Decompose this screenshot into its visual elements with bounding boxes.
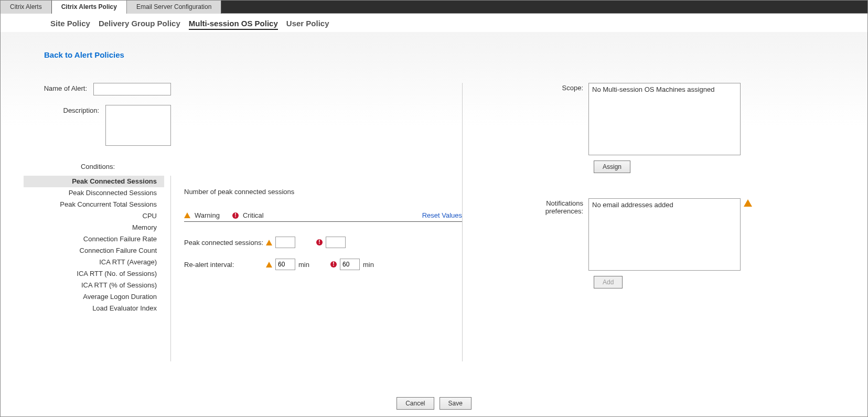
- top-tab[interactable]: Citrix Alerts Policy: [52, 1, 127, 14]
- param1-critical-input[interactable]: [326, 237, 346, 248]
- param2-warning-input[interactable]: [275, 259, 295, 270]
- left-column: Name of Alert: Description: Conditions: …: [22, 83, 171, 361]
- right-column: Scope: No Multi-session OS Machines assi…: [462, 83, 846, 361]
- condition-item[interactable]: Connection Failure Rate: [24, 233, 164, 245]
- notifications-section: Notifications preferences: No email addr…: [526, 198, 846, 288]
- footer: Cancel Save: [1, 393, 867, 416]
- notifications-row: Notifications preferences: No email addr…: [526, 198, 846, 271]
- condition-item[interactable]: ICA RTT (% of Sessions): [24, 280, 164, 291]
- param1-warning-group: [266, 237, 295, 248]
- conditions-label: Conditions:: [22, 163, 121, 170]
- warning-label: Warning: [195, 211, 220, 219]
- assign-button-wrap: Assign: [594, 161, 846, 173]
- reset-values-link[interactable]: Reset Values: [422, 211, 462, 219]
- param1-critical-group: !: [316, 237, 346, 248]
- critical-icon: !: [330, 261, 337, 268]
- add-button-wrap: Add: [594, 276, 846, 288]
- add-button[interactable]: Add: [594, 276, 623, 288]
- name-input[interactable]: [93, 83, 171, 95]
- back-link[interactable]: Back to Alert Policies: [44, 50, 846, 59]
- critical-icon: !: [316, 239, 323, 245]
- condition-item[interactable]: Average Logon Duration: [24, 291, 164, 303]
- top-tabs: Citrix AlertsCitrix Alerts PolicyEmail S…: [1, 1, 867, 14]
- notifications-box: No email addresses added: [588, 198, 741, 271]
- description-row: Description:: [22, 105, 171, 146]
- condition-title: Number of peak connected sessions: [184, 188, 462, 196]
- warning-icon: [266, 240, 272, 245]
- condition-item[interactable]: Peak Disconnected Sessions: [24, 187, 164, 199]
- notifications-label: Notifications preferences:: [526, 198, 588, 271]
- assign-button[interactable]: Assign: [594, 161, 630, 173]
- condition-item[interactable]: Peak Concurrent Total Sessions: [24, 199, 164, 210]
- warning-icon: [184, 212, 190, 218]
- warning-icon: [266, 262, 272, 268]
- critical-label: Critical: [243, 211, 264, 219]
- condition-item[interactable]: Peak Connected Sessions: [24, 176, 164, 187]
- param2-critical-group: ! min: [330, 259, 374, 270]
- condition-item[interactable]: Memory: [24, 222, 164, 233]
- middle-column: Number of peak connected sessions Warnin…: [171, 83, 462, 361]
- param1-label: Peak connected sessions:: [184, 239, 266, 247]
- sub-tab[interactable]: Delivery Group Policy: [99, 19, 180, 30]
- conditions-list: Peak Connected SessionsPeak Disconnected…: [24, 176, 171, 361]
- unit-label: min: [363, 261, 374, 269]
- critical-icon: !: [232, 212, 239, 219]
- top-tab[interactable]: Email Server Configuration: [127, 1, 221, 14]
- description-label: Description:: [22, 105, 105, 146]
- name-row: Name of Alert:: [22, 83, 171, 95]
- sub-tab[interactable]: Multi-session OS Policy: [189, 19, 278, 30]
- scope-box: No Multi-session OS Machines assigned: [588, 83, 741, 155]
- scope-row: Scope: No Multi-session OS Machines assi…: [526, 83, 846, 155]
- param2-warning-group: min: [266, 259, 309, 270]
- description-input[interactable]: [105, 105, 171, 146]
- sub-tab[interactable]: User Policy: [286, 19, 329, 30]
- cancel-button[interactable]: Cancel: [397, 397, 434, 410]
- condition-item[interactable]: ICA RTT (Average): [24, 256, 164, 268]
- unit-label: min: [298, 261, 309, 269]
- content-area: Back to Alert Policies Name of Alert: De…: [1, 32, 867, 393]
- condition-item[interactable]: Connection Failure Count: [24, 245, 164, 256]
- sub-tab[interactable]: Site Policy: [50, 19, 90, 30]
- param1-warning-input[interactable]: [275, 237, 295, 248]
- legend-row: Warning ! Critical Reset Values: [184, 211, 462, 222]
- save-button[interactable]: Save: [440, 397, 471, 410]
- param-row-2: Re-alert interval: min ! min: [184, 259, 462, 270]
- name-label: Name of Alert:: [22, 83, 93, 95]
- param-row-1: Peak connected sessions: !: [184, 237, 462, 248]
- columns: Name of Alert: Description: Conditions: …: [22, 83, 846, 361]
- sub-tabs: Site PolicyDelivery Group PolicyMulti-se…: [1, 14, 867, 30]
- param2-label: Re-alert interval:: [184, 261, 266, 269]
- param2-critical-input[interactable]: [340, 259, 360, 270]
- warning-icon: [744, 199, 752, 207]
- top-tab[interactable]: Citrix Alerts: [1, 1, 52, 14]
- condition-item[interactable]: Load Evaluator Index: [24, 303, 164, 314]
- scope-label: Scope:: [526, 83, 588, 155]
- condition-item[interactable]: ICA RTT (No. of Sessions): [24, 268, 164, 280]
- condition-item[interactable]: CPU: [24, 210, 164, 222]
